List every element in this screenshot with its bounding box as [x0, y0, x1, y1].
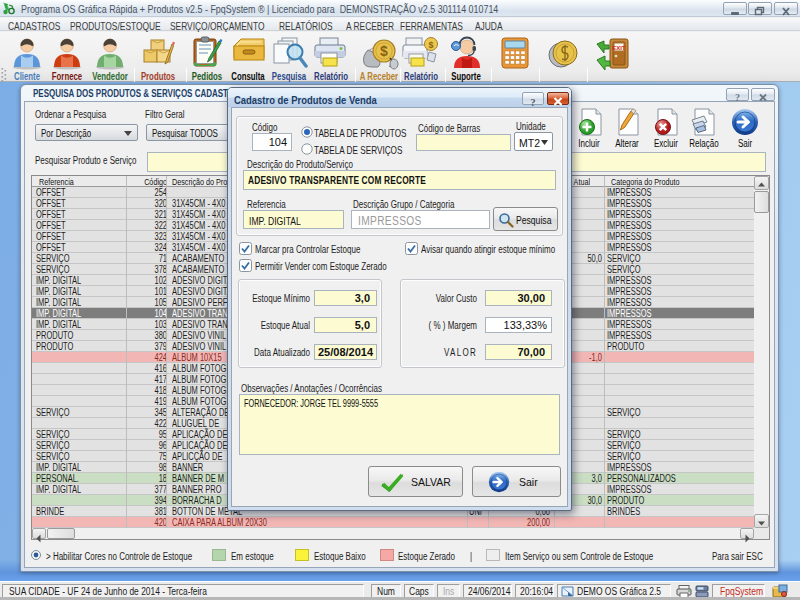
svg-text:$: $ — [428, 40, 433, 50]
svg-text:EXIT: EXIT — [612, 45, 626, 51]
svg-text:$: $ — [380, 43, 388, 59]
svg-text:?: ? — [531, 97, 536, 108]
